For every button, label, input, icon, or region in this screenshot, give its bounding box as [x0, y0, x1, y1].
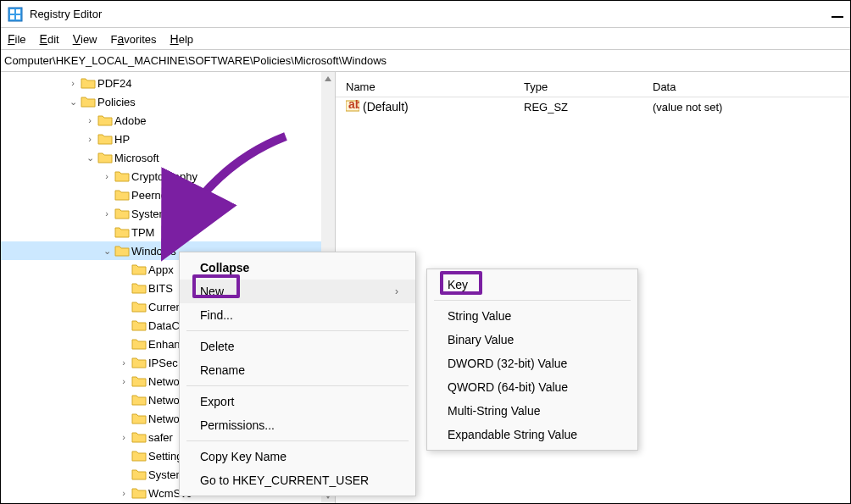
no-expand-icon	[116, 264, 131, 274]
folder-icon	[114, 244, 130, 258]
tree-item-pdf24[interactable]: ›PDF24	[1, 74, 335, 92]
minimize-button[interactable]	[832, 16, 843, 18]
address-text: Computer\HKEY_LOCAL_MACHINE\SOFTWARE\Pol…	[4, 54, 387, 67]
value-name: (Default)	[363, 100, 409, 114]
folder-icon	[131, 374, 147, 388]
submenu-expand[interactable]: Expandable String Value	[427, 423, 637, 446]
no-expand-icon	[116, 413, 131, 424]
column-type[interactable]: Type	[514, 77, 642, 97]
svg-text:ab: ab	[348, 100, 359, 111]
menu-export[interactable]: Export	[180, 390, 415, 413]
no-expand-icon	[116, 395, 131, 405]
menu-divider	[186, 330, 409, 331]
tree-item-policies[interactable]: ⌄Policies	[1, 92, 335, 111]
address-bar[interactable]: Computer\HKEY_LOCAL_MACHINE\SOFTWARE\Pol…	[1, 50, 850, 72]
no-expand-icon	[99, 190, 114, 200]
context-submenu-new: Key String Value Binary Value DWORD (32-…	[426, 269, 638, 451]
submenu-multi[interactable]: Multi-String Value	[427, 399, 637, 423]
menu-collapse[interactable]: Collapse	[180, 256, 415, 280]
menu-permissions[interactable]: Permissions...	[180, 413, 415, 437]
submenu-key[interactable]: Key	[427, 273, 637, 296]
submenu-qword[interactable]: QWORD (64-bit) Value	[427, 375, 637, 399]
no-expand-icon	[116, 283, 131, 293]
scroll-up-icon[interactable]	[323, 74, 333, 84]
no-expand-icon	[116, 302, 131, 312]
menu-divider	[186, 440, 409, 441]
folder-icon	[131, 337, 147, 351]
expand-icon[interactable]: ›	[116, 357, 131, 368]
menu-file[interactable]: File	[8, 32, 26, 46]
no-expand-icon	[116, 339, 131, 349]
expand-icon[interactable]: ›	[116, 432, 131, 442]
tree-item-microsoft[interactable]: ⌄Microsoft	[1, 148, 335, 167]
menu-copy-key[interactable]: Copy Key Name	[180, 445, 415, 468]
expand-icon[interactable]: ›	[65, 78, 81, 88]
collapse-icon[interactable]: ⌄	[65, 97, 81, 108]
expand-icon[interactable]: ›	[82, 134, 97, 144]
tree-item-cryptography[interactable]: ›Cryptography	[1, 167, 335, 186]
folder-icon	[131, 393, 147, 407]
column-name[interactable]: Name	[336, 77, 514, 97]
menu-help[interactable]: Help	[170, 32, 193, 46]
string-value-icon: ab	[346, 100, 359, 114]
expand-icon[interactable]: ›	[116, 488, 131, 498]
folder-icon	[114, 225, 130, 239]
column-data[interactable]: Data	[642, 77, 850, 97]
folder-icon	[131, 449, 147, 462]
folder-icon	[97, 114, 113, 127]
window-title: Registry Editor	[30, 8, 832, 20]
regedit-icon	[8, 7, 23, 22]
expand-icon[interactable]: ›	[82, 115, 97, 125]
svg-rect-1	[10, 9, 14, 14]
menu-goto-hkcu[interactable]: Go to HKEY_CURRENT_USER	[180, 468, 415, 492]
tree-item-hp[interactable]: ›HP	[1, 130, 335, 148]
collapse-icon[interactable]: ⌄	[82, 152, 97, 163]
folder-icon	[131, 486, 147, 500]
svg-rect-4	[16, 15, 20, 19]
expand-icon[interactable]: ›	[116, 376, 131, 386]
folder-icon	[131, 356, 147, 369]
folder-icon	[114, 188, 130, 202]
menu-find[interactable]: Find...	[180, 303, 415, 327]
folder-icon	[131, 263, 147, 276]
column-headers: Name Type Data	[336, 77, 850, 97]
folder-icon	[131, 318, 147, 332]
menu-rename[interactable]: Rename	[180, 358, 415, 382]
collapse-icon[interactable]: ⌄	[99, 246, 114, 257]
window-controls	[832, 11, 843, 18]
folder-icon	[97, 151, 113, 164]
submenu-string[interactable]: String Value	[427, 304, 637, 328]
menu-edit[interactable]: Edit	[40, 32, 59, 46]
menu-delete[interactable]: Delete	[180, 335, 415, 358]
submenu-binary[interactable]: Binary Value	[427, 328, 637, 352]
folder-icon	[114, 169, 130, 183]
tree-item-peernet[interactable]: Peernet	[1, 186, 335, 204]
tree-item-tpm[interactable]: TPM	[1, 223, 335, 241]
menu-view[interactable]: View	[73, 32, 97, 46]
value-type: REG_SZ	[514, 99, 642, 115]
folder-icon	[131, 412, 147, 425]
tree-item-adobe[interactable]: ›Adobe	[1, 111, 335, 130]
expand-icon[interactable]: ›	[99, 171, 114, 181]
menu-favorites[interactable]: Favorites	[111, 32, 157, 46]
menu-divider	[186, 385, 409, 386]
value-data: (value not set)	[642, 99, 850, 115]
menu-new[interactable]: New›	[180, 280, 415, 303]
menu-divider	[434, 300, 631, 301]
svg-rect-2	[16, 9, 20, 14]
context-menu: Collapse New› Find... Delete Rename Expo…	[179, 252, 416, 496]
value-row-default[interactable]: ab (Default) REG_SZ (value not set)	[336, 97, 850, 116]
folder-icon	[131, 430, 147, 444]
folder-icon	[114, 207, 130, 220]
folder-icon	[81, 76, 96, 90]
tree-item-systemcerts[interactable]: ›SystemCertificat	[1, 204, 335, 223]
menu-bar: File Edit View Favorites Help	[1, 28, 850, 50]
folder-icon	[131, 281, 147, 295]
submenu-dword[interactable]: DWORD (32-bit) Value	[427, 352, 637, 375]
folder-icon	[131, 468, 147, 481]
expand-icon[interactable]: ›	[99, 208, 114, 219]
no-expand-icon	[116, 451, 131, 461]
no-expand-icon	[99, 227, 114, 237]
title-bar: Registry Editor	[1, 1, 850, 28]
no-expand-icon	[116, 320, 131, 330]
